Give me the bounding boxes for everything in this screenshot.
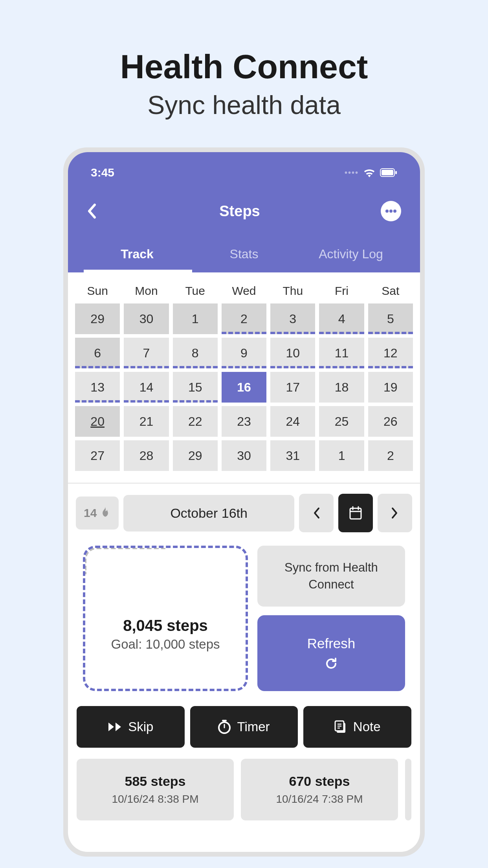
calendar-day[interactable]: 23: [222, 406, 266, 437]
phone-screen: 3:45 •••• Steps Track Stats Activity Log…: [68, 152, 420, 852]
calendar-day[interactable]: 1: [173, 303, 218, 334]
weekday-label: Wed: [222, 280, 266, 302]
calendar-day[interactable]: 4: [319, 303, 364, 334]
promo-subtitle: Sync health data: [147, 90, 341, 120]
weekday-row: SunMonTueWedThuFriSat: [75, 280, 413, 302]
calendar-day[interactable]: 12: [368, 338, 413, 368]
calendar-day[interactable]: 2: [368, 440, 413, 471]
calendar-day[interactable]: 1: [319, 440, 364, 471]
note-icon: [334, 720, 347, 734]
steps-value: 8,045 steps: [97, 617, 234, 634]
prev-day-button[interactable]: [299, 494, 334, 532]
battery-icon: [380, 168, 397, 177]
calendar-day[interactable]: 18: [319, 372, 364, 403]
skip-button[interactable]: Skip: [77, 706, 185, 748]
calendar-day[interactable]: 29: [173, 440, 218, 471]
tab-activity-log[interactable]: Activity Log: [297, 239, 404, 272]
svg-rect-6: [350, 508, 361, 519]
svg-rect-10: [222, 720, 227, 721]
timer-icon: [218, 720, 231, 734]
progress-row: 8,045 steps Goal: 10,000 steps Sync from…: [68, 542, 420, 701]
calendar-day[interactable]: 9: [222, 338, 266, 368]
log-entry[interactable]: 585 steps 10/16/24 8:38 PM: [77, 759, 234, 820]
calendar-icon: [349, 506, 362, 520]
promo-title: Health Connect: [120, 47, 368, 86]
calendar-day[interactable]: 26: [368, 406, 413, 437]
calendar-day[interactable]: 15: [173, 372, 218, 403]
note-label: Note: [353, 719, 381, 734]
page-title: Steps: [219, 203, 260, 220]
svg-rect-2: [395, 171, 397, 174]
current-date[interactable]: October 16th: [123, 495, 294, 531]
calendar-day[interactable]: 7: [124, 338, 169, 368]
weekday-label: Tue: [173, 280, 218, 302]
chevron-left-icon: [87, 203, 96, 219]
calendar-day[interactable]: 19: [368, 372, 413, 403]
calendar-day[interactable]: 25: [319, 406, 364, 437]
cellular-icon: ••••: [345, 168, 359, 177]
weekday-label: Fri: [319, 280, 364, 302]
svg-rect-1: [382, 170, 393, 175]
calendar-grid: 2930123456789101112131415161718192021222…: [75, 303, 413, 471]
calendar-day[interactable]: 2: [222, 303, 266, 334]
log-row: 585 steps 10/16/24 8:38 PM 670 steps 10/…: [68, 756, 420, 824]
status-icons: ••••: [345, 168, 397, 177]
nav-row: Steps: [84, 179, 404, 239]
skip-icon: [108, 722, 122, 732]
goal-value: Goal: 10,000 steps: [97, 637, 234, 652]
sync-button[interactable]: Sync from Health Connect: [257, 546, 405, 607]
streak-badge[interactable]: 14: [76, 497, 119, 530]
status-bar: 3:45 ••••: [84, 166, 404, 179]
calendar-day[interactable]: 3: [270, 303, 315, 334]
calendar-day[interactable]: 29: [75, 303, 120, 334]
wifi-icon: [363, 168, 375, 177]
weekday-label: Sun: [75, 280, 120, 302]
log-time: 10/16/24 7:38 PM: [252, 793, 387, 805]
tab-stats[interactable]: Stats: [191, 239, 297, 272]
calendar-day[interactable]: 30: [222, 440, 266, 471]
tab-track[interactable]: Track: [84, 239, 191, 272]
refresh-icon: [325, 657, 338, 670]
chevron-left-icon: [312, 507, 320, 519]
weekday-label: Thu: [270, 280, 315, 302]
calendar-day[interactable]: 16: [222, 372, 266, 403]
calendar-day[interactable]: 22: [173, 406, 218, 437]
phone-frame: 3:45 •••• Steps Track Stats Activity Log…: [63, 147, 425, 857]
tab-bar: Track Stats Activity Log: [84, 239, 404, 272]
calendar-day[interactable]: 13: [75, 372, 120, 403]
log-steps: 585 steps: [88, 774, 223, 789]
refresh-button[interactable]: Refresh: [257, 615, 405, 691]
log-entry[interactable]: 670 steps 10/16/24 7:38 PM: [241, 759, 398, 820]
calendar-day[interactable]: 11: [319, 338, 364, 368]
streak-count: 14: [84, 506, 97, 520]
timer-button[interactable]: Timer: [190, 706, 298, 748]
svg-point-5: [393, 210, 396, 213]
next-day-button[interactable]: [378, 494, 412, 532]
calendar-day[interactable]: 10: [270, 338, 315, 368]
calendar-day[interactable]: 24: [270, 406, 315, 437]
calendar-day[interactable]: 5: [368, 303, 413, 334]
back-button[interactable]: [87, 203, 99, 219]
steps-progress-card[interactable]: 8,045 steps Goal: 10,000 steps: [83, 546, 248, 691]
calendar-day[interactable]: 6: [75, 338, 120, 368]
more-icon: [385, 209, 397, 213]
app-header: 3:45 •••• Steps Track Stats Activity Log: [68, 152, 420, 272]
flame-icon: [100, 507, 111, 519]
log-entry-partial[interactable]: [405, 759, 411, 820]
calendar-day[interactable]: 14: [124, 372, 169, 403]
status-time: 3:45: [91, 166, 114, 179]
note-button[interactable]: Note: [303, 706, 411, 748]
calendar-day[interactable]: 31: [270, 440, 315, 471]
calendar-button[interactable]: [338, 494, 373, 532]
svg-point-4: [389, 210, 393, 213]
date-toolbar: 14 October 16th: [68, 484, 420, 542]
calendar-day[interactable]: 21: [124, 406, 169, 437]
calendar-day[interactable]: 30: [124, 303, 169, 334]
calendar-day[interactable]: 20: [75, 406, 120, 437]
calendar-day[interactable]: 17: [270, 372, 315, 403]
calendar-day[interactable]: 27: [75, 440, 120, 471]
calendar-day[interactable]: 28: [124, 440, 169, 471]
weekday-label: Mon: [124, 280, 169, 302]
more-button[interactable]: [381, 201, 401, 221]
calendar-day[interactable]: 8: [173, 338, 218, 368]
